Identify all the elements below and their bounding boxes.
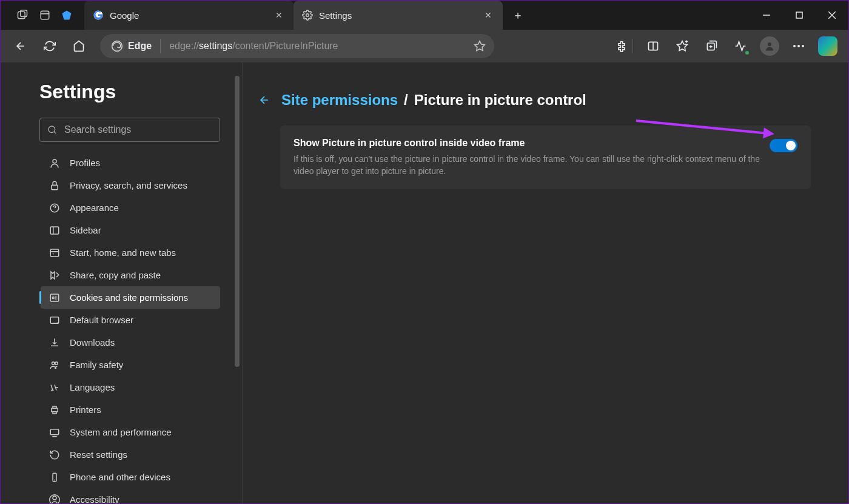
svg-rect-31 [50,249,59,257]
tab-google[interactable]: Google ✕ [84,1,294,30]
back-arrow-icon[interactable] [258,94,277,106]
content-area: Settings Search settings ProfilesPrivacy… [1,62,848,503]
nav-item-label: Privacy, search, and services [70,180,187,190]
nav-item-label: Accessibility [70,494,119,503]
nav-item-label: Family safety [70,360,123,370]
nav-item-label: System and performance [70,427,172,437]
collections-button[interactable] [698,33,725,59]
nav-item-icon [49,203,60,213]
sidebar-item[interactable]: Cookies and site permissions [41,286,220,309]
google-favicon-icon [93,10,104,21]
maximize-button[interactable] [783,1,816,30]
more-button[interactable] [785,33,812,59]
svg-point-26 [53,160,56,163]
extensions-button[interactable] [611,33,637,59]
minimize-button[interactable] [750,1,783,30]
nav-item-label: Printers [70,405,101,415]
sidebar-item[interactable]: Sidebar [41,219,220,241]
tab-strip: Google ✕ Settings ✕ ＋ [84,1,750,30]
setting-description: If this is off, you can't use the pictur… [294,153,770,177]
profile-button[interactable] [756,33,783,59]
rewards-icon[interactable] [61,10,72,21]
nav-item-icon [49,472,60,483]
nav-item-label: Default browser [70,315,133,325]
setting-title: Show Picture in picture control inside v… [294,138,770,149]
breadcrumb-sep: / [403,92,409,109]
svg-rect-2 [41,11,49,19]
svg-rect-1 [21,10,27,17]
sidebar-item[interactable]: Accessibility [41,488,220,503]
nav-item-label: Appearance [70,203,119,213]
sidebar-item[interactable]: Profiles [41,152,220,174]
split-screen-button[interactable] [640,33,666,59]
sidebar-item[interactable]: Family safety [41,354,220,376]
sidebar-item[interactable]: Default browser [41,309,220,331]
close-icon[interactable]: ✕ [482,8,494,22]
svg-point-37 [52,361,55,365]
site-identity[interactable]: Edge [111,40,160,52]
svg-point-35 [52,297,54,298]
browser-essentials-button[interactable] [727,33,754,59]
scrollbar[interactable] [235,76,240,367]
tab-label: Google [110,10,139,21]
svg-marker-11 [475,41,485,51]
url-text: edge://settings/content/PictureInPicture [169,41,338,52]
breadcrumb-link[interactable]: Site permissions [281,92,398,109]
home-button[interactable] [66,33,92,59]
nav-item-icon [49,180,60,191]
back-button[interactable] [8,33,33,59]
site-label: Edge [128,41,152,52]
toolbar: Edge edge://settings/content/PictureInPi… [1,30,848,62]
main-panel: Site permissions / Picture in picture co… [242,62,848,503]
new-tab-button[interactable]: ＋ [503,1,533,30]
refresh-button[interactable] [37,33,62,59]
tab-label: Settings [319,10,352,21]
nav-item-icon [49,427,60,438]
address-bar[interactable]: Edge edge://settings/content/PictureInPi… [100,34,494,58]
vertical-tabs-icon[interactable] [39,10,50,21]
nav-item-label: Start, home, and new tabs [70,247,176,258]
nav-item-icon [49,494,60,504]
favorite-star-icon[interactable] [470,36,489,56]
pip-toggle[interactable] [770,139,797,152]
breadcrumb-current: Picture in picture control [414,92,586,109]
svg-marker-14 [677,41,688,51]
sidebar-item[interactable]: Phone and other devices [41,466,220,488]
copilot-icon [818,36,837,56]
sidebar-item[interactable]: Languages [41,376,220,398]
sidebar-item[interactable]: System and performance [41,421,220,443]
nav-item-label: Languages [70,382,115,392]
nav-item-icon [49,315,60,326]
svg-rect-0 [18,12,25,19]
setting-card: Show Picture in picture control inside v… [280,126,811,189]
svg-rect-29 [50,227,59,234]
svg-point-5 [306,14,309,17]
close-icon[interactable]: ✕ [273,8,285,22]
settings-sidebar: Settings Search settings ProfilesPrivacy… [1,62,242,503]
nav-item-label: Phone and other devices [70,472,170,482]
tab-settings[interactable]: Settings ✕ [294,1,503,30]
nav-item-label: Sidebar [70,225,101,235]
sidebar-item[interactable]: Reset settings [41,443,220,466]
svg-point-22 [797,45,800,47]
search-input[interactable]: Search settings [39,118,220,142]
nav-item-label: Downloads [70,337,115,348]
tab-actions-icon[interactable] [16,9,29,21]
avatar-icon [760,36,779,56]
svg-line-25 [54,132,56,133]
nav-item-label: Reset settings [70,449,127,460]
nav-item-icon [49,270,60,281]
sidebar-item[interactable]: Printers [41,398,220,421]
nav-item-label: Share, copy and paste [70,270,161,280]
sidebar-item[interactable]: Appearance [41,197,220,219]
sidebar-item[interactable]: Share, copy and paste [41,264,220,286]
sidebar-item[interactable]: Start, home, and new tabs [41,241,220,264]
sidebar-item[interactable]: Privacy, search, and services [41,174,220,197]
svg-point-23 [802,45,804,47]
favorites-button[interactable] [669,33,696,59]
copilot-button[interactable] [814,33,841,59]
divider [160,39,161,53]
sidebar-item[interactable]: Downloads [41,331,220,354]
edge-icon [111,40,123,52]
close-window-button[interactable] [816,1,848,30]
